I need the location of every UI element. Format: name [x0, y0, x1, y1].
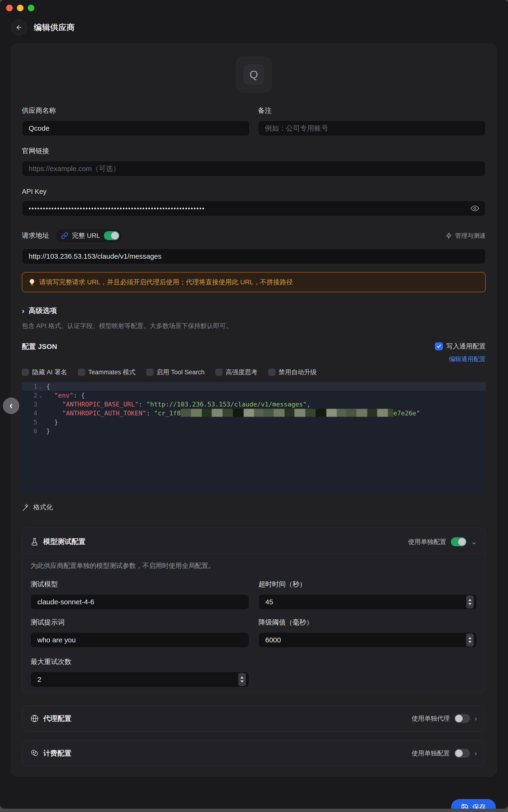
- checkbox-unchecked[interactable]: [268, 369, 276, 376]
- config-json-label: 配置 JSON: [22, 342, 57, 351]
- model-test-toggle[interactable]: [451, 537, 466, 546]
- magic-wand-icon: [22, 504, 29, 511]
- provider-avatar: Q: [236, 57, 271, 92]
- provider-form-card: Q 供应商名称 备注 官网链接 API Key: [11, 44, 497, 776]
- eye-icon: [471, 204, 479, 213]
- manage-speedtest-link[interactable]: 管理与测速: [446, 232, 486, 240]
- timeout-input[interactable]: [258, 594, 477, 610]
- window-controls: [6, 5, 34, 11]
- sidebar-collapse-button[interactable]: ‹: [3, 397, 19, 414]
- model-test-header: 模型测试配置 使用单独配置 ⌄: [31, 528, 477, 554]
- code-line: 2⌄ "env": {: [22, 391, 486, 400]
- format-json-button[interactable]: 格式化: [22, 503, 486, 512]
- chevron-left-icon: ‹: [9, 400, 12, 411]
- flag-hide-ai-signature[interactable]: 隐藏 AI 署名: [22, 368, 67, 376]
- note-input[interactable]: [258, 121, 486, 136]
- write-common-config-checkbox-row[interactable]: 写入通用配置: [435, 342, 486, 351]
- fold-caret-icon[interactable]: ⌄: [39, 382, 43, 391]
- threshold-input[interactable]: [258, 632, 477, 648]
- test-prompt-field-group: 测试提示词: [31, 618, 249, 648]
- provider-name-label: 供应商名称: [22, 106, 250, 115]
- config-flags-row: 隐藏 AI 署名 Teammates 模式 启用 Tool Search 高强度…: [22, 368, 486, 376]
- retries-label: 最大重试次数: [31, 657, 249, 667]
- api-key-label: API Key: [22, 188, 486, 196]
- save-button-label: 保存: [472, 803, 486, 809]
- request-address-label: 请求地址: [22, 231, 49, 240]
- flag-disable-auto-upgrade[interactable]: 禁用自动升级: [268, 368, 317, 376]
- model-test-config-card: 模型测试配置 使用单独配置 ⌄ 为此供应商配置单独的模型测试参数，不启用时使用全…: [22, 528, 486, 693]
- proxy-toggle[interactable]: [455, 714, 470, 723]
- billing-toggle[interactable]: [455, 749, 470, 758]
- number-stepper[interactable]: [466, 595, 474, 608]
- code-line: 4 "ANTHROPIC_AUTH_TOKEN": "cr_1f8e7e26e": [22, 409, 486, 418]
- timeout-label: 超时时间（秒）: [258, 580, 477, 589]
- full-url-toggle[interactable]: [104, 231, 119, 240]
- page-header: 编辑供应商: [0, 0, 508, 35]
- checkbox-unchecked[interactable]: [78, 369, 85, 376]
- minimize-window-button[interactable]: [17, 5, 24, 11]
- test-model-field-group: 测试模型: [31, 580, 249, 610]
- chevron-right-icon[interactable]: ›: [475, 749, 477, 757]
- checkbox-unchecked[interactable]: [146, 369, 154, 376]
- manage-speedtest-label: 管理与测速: [455, 232, 486, 240]
- back-button[interactable]: [11, 20, 27, 35]
- save-button[interactable]: 保存: [451, 799, 496, 809]
- number-stepper[interactable]: [238, 673, 246, 686]
- check-icon: [436, 344, 441, 349]
- test-prompt-label: 测试提示词: [31, 618, 249, 627]
- test-model-input[interactable]: [31, 594, 249, 610]
- checkbox-unchecked[interactable]: [215, 369, 222, 376]
- flag-teammates-mode[interactable]: Teammates 模式: [78, 368, 136, 376]
- bolt-icon: [446, 232, 452, 239]
- write-common-config-label: 写入通用配置: [446, 342, 486, 351]
- api-key-field-group: API Key: [22, 188, 486, 216]
- code-line: 3 "ANTHROPIC_BASE_URL": "http://103.236.…: [22, 400, 486, 409]
- retries-field-group: 最大重试次数: [31, 657, 249, 687]
- use-separate-config-label: 使用单独配置: [408, 538, 446, 546]
- redacted-token-mosaic: [181, 409, 393, 417]
- note-field-group: 备注: [258, 106, 486, 136]
- provider-name-input[interactable]: [22, 121, 250, 136]
- fold-caret-icon[interactable]: ⌄: [39, 391, 43, 400]
- write-common-config-checkbox[interactable]: [435, 342, 443, 350]
- code-line: 1⌄ {: [22, 382, 486, 391]
- timeout-field-group: 超时时间（秒）: [258, 580, 477, 610]
- save-floppy-icon: [461, 804, 469, 809]
- avatar-letter: Q: [244, 64, 264, 85]
- globe-icon: [31, 715, 39, 723]
- json-code-editor[interactable]: 1⌄ { 2⌄ "env": { 3 "ANTHROPIC_BASE_URL":…: [22, 381, 486, 494]
- page-title: 编辑供应商: [34, 22, 75, 33]
- use-separate-proxy-label: 使用单独代理: [412, 714, 450, 723]
- billing-config-card[interactable]: 计费配置 使用单独配置 ›: [22, 740, 486, 766]
- test-prompt-input[interactable]: [31, 632, 249, 648]
- full-url-pill[interactable]: 完整 URL: [55, 228, 122, 243]
- chevron-down-icon[interactable]: ⌄: [471, 538, 477, 546]
- flag-enable-tool-search[interactable]: 启用 Tool Search: [146, 368, 205, 376]
- number-stepper[interactable]: [466, 633, 474, 647]
- url-warning-banner: 请填写完整请求 URL，并且必须开启代理后使用；代理将直接使用此 URL，不拼接…: [22, 272, 486, 292]
- config-json-header: 配置 JSON 写入通用配置 编辑通用配置: [22, 342, 486, 363]
- footer-bar: 保存: [0, 776, 508, 809]
- retries-input[interactable]: [31, 672, 249, 687]
- request-url-group: [22, 249, 486, 264]
- toggle-key-visibility-button[interactable]: [470, 204, 479, 213]
- api-key-input[interactable]: [22, 201, 486, 216]
- advanced-options-description: 包含 API 格式、认证字段、模型映射等配置。大多数场景下保持默认即可。: [22, 322, 486, 330]
- proxy-config-card[interactable]: 代理配置 使用单独代理 ›: [22, 705, 486, 732]
- edit-common-config-link[interactable]: 编辑通用配置: [449, 355, 486, 363]
- use-separate-billing-label: 使用单独配置: [412, 749, 450, 758]
- test-model-label: 测试模型: [31, 580, 249, 589]
- chevron-right-icon[interactable]: ›: [475, 715, 477, 723]
- flag-high-intensity-thinking[interactable]: 高强度思考: [215, 368, 257, 376]
- checkbox-unchecked[interactable]: [22, 369, 29, 376]
- request-url-input[interactable]: [22, 249, 486, 264]
- flag-label: 启用 Tool Search: [157, 368, 205, 376]
- advanced-options-toggle[interactable]: › 高级选项: [22, 306, 486, 315]
- website-label: 官网链接: [22, 146, 486, 156]
- website-input[interactable]: [22, 161, 486, 176]
- app-window: 编辑供应商 Q 供应商名称 备注 官网链接 API Key: [0, 0, 508, 809]
- flag-label: 禁用自动升级: [279, 368, 317, 376]
- close-window-button[interactable]: [6, 5, 13, 11]
- zoom-window-button[interactable]: [28, 5, 34, 11]
- model-test-description: 为此供应商配置单独的模型测试参数，不启用时使用全局配置。: [31, 561, 477, 570]
